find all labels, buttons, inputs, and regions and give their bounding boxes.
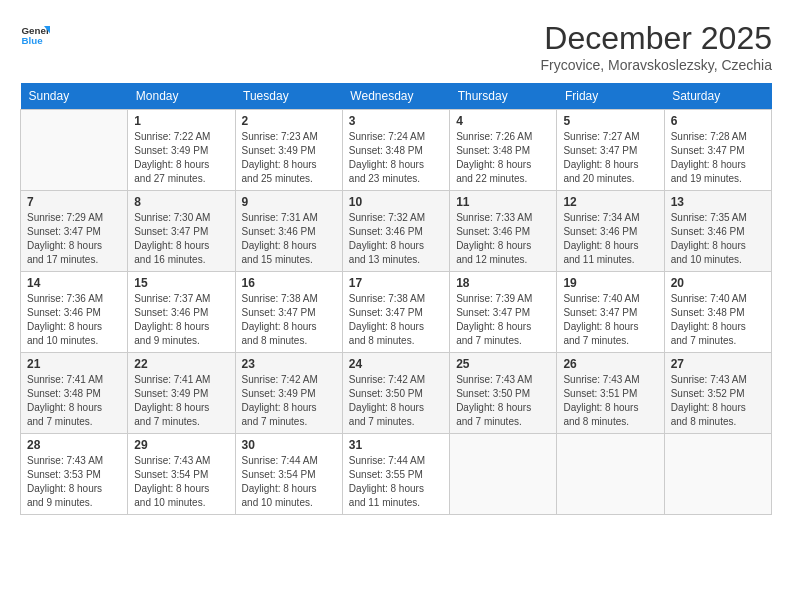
- day-number: 11: [456, 195, 550, 209]
- calendar-cell: 15 Sunrise: 7:37 AM Sunset: 3:46 PM Dayl…: [128, 272, 235, 353]
- calendar-week-row: 1 Sunrise: 7:22 AM Sunset: 3:49 PM Dayli…: [21, 110, 772, 191]
- day-number: 30: [242, 438, 336, 452]
- calendar-week-row: 21 Sunrise: 7:41 AM Sunset: 3:48 PM Dayl…: [21, 353, 772, 434]
- day-info: Sunrise: 7:43 AM Sunset: 3:51 PM Dayligh…: [563, 373, 657, 429]
- day-number: 3: [349, 114, 443, 128]
- day-info: Sunrise: 7:43 AM Sunset: 3:52 PM Dayligh…: [671, 373, 765, 429]
- calendar-cell: 18 Sunrise: 7:39 AM Sunset: 3:47 PM Dayl…: [450, 272, 557, 353]
- day-info: Sunrise: 7:40 AM Sunset: 3:47 PM Dayligh…: [563, 292, 657, 348]
- day-number: 25: [456, 357, 550, 371]
- weekday-header: Wednesday: [342, 83, 449, 110]
- weekday-header: Saturday: [664, 83, 771, 110]
- day-info: Sunrise: 7:32 AM Sunset: 3:46 PM Dayligh…: [349, 211, 443, 267]
- calendar-cell: 14 Sunrise: 7:36 AM Sunset: 3:46 PM Dayl…: [21, 272, 128, 353]
- calendar-cell: 24 Sunrise: 7:42 AM Sunset: 3:50 PM Dayl…: [342, 353, 449, 434]
- calendar-cell: 3 Sunrise: 7:24 AM Sunset: 3:48 PM Dayli…: [342, 110, 449, 191]
- calendar-cell: 5 Sunrise: 7:27 AM Sunset: 3:47 PM Dayli…: [557, 110, 664, 191]
- day-info: Sunrise: 7:26 AM Sunset: 3:48 PM Dayligh…: [456, 130, 550, 186]
- calendar-cell: 25 Sunrise: 7:43 AM Sunset: 3:50 PM Dayl…: [450, 353, 557, 434]
- day-number: 16: [242, 276, 336, 290]
- weekday-header: Sunday: [21, 83, 128, 110]
- day-number: 22: [134, 357, 228, 371]
- calendar-cell: 10 Sunrise: 7:32 AM Sunset: 3:46 PM Dayl…: [342, 191, 449, 272]
- day-number: 19: [563, 276, 657, 290]
- day-info: Sunrise: 7:44 AM Sunset: 3:55 PM Dayligh…: [349, 454, 443, 510]
- calendar-cell: 20 Sunrise: 7:40 AM Sunset: 3:48 PM Dayl…: [664, 272, 771, 353]
- day-info: Sunrise: 7:27 AM Sunset: 3:47 PM Dayligh…: [563, 130, 657, 186]
- weekday-header: Monday: [128, 83, 235, 110]
- svg-text:Blue: Blue: [22, 35, 44, 46]
- calendar-cell: 6 Sunrise: 7:28 AM Sunset: 3:47 PM Dayli…: [664, 110, 771, 191]
- day-info: Sunrise: 7:28 AM Sunset: 3:47 PM Dayligh…: [671, 130, 765, 186]
- day-number: 23: [242, 357, 336, 371]
- calendar-cell: [664, 434, 771, 515]
- calendar-cell: 28 Sunrise: 7:43 AM Sunset: 3:53 PM Dayl…: [21, 434, 128, 515]
- day-info: Sunrise: 7:44 AM Sunset: 3:54 PM Dayligh…: [242, 454, 336, 510]
- calendar-cell: 27 Sunrise: 7:43 AM Sunset: 3:52 PM Dayl…: [664, 353, 771, 434]
- day-info: Sunrise: 7:43 AM Sunset: 3:50 PM Dayligh…: [456, 373, 550, 429]
- day-number: 10: [349, 195, 443, 209]
- day-number: 12: [563, 195, 657, 209]
- day-number: 5: [563, 114, 657, 128]
- day-number: 15: [134, 276, 228, 290]
- calendar-cell: 12 Sunrise: 7:34 AM Sunset: 3:46 PM Dayl…: [557, 191, 664, 272]
- day-number: 31: [349, 438, 443, 452]
- weekday-header-row: SundayMondayTuesdayWednesdayThursdayFrid…: [21, 83, 772, 110]
- calendar-cell: 30 Sunrise: 7:44 AM Sunset: 3:54 PM Dayl…: [235, 434, 342, 515]
- calendar-table: SundayMondayTuesdayWednesdayThursdayFrid…: [20, 83, 772, 515]
- day-info: Sunrise: 7:38 AM Sunset: 3:47 PM Dayligh…: [242, 292, 336, 348]
- day-info: Sunrise: 7:39 AM Sunset: 3:47 PM Dayligh…: [456, 292, 550, 348]
- title-block: December 2025 Frycovice, Moravskoslezsky…: [540, 20, 772, 73]
- calendar-cell: 31 Sunrise: 7:44 AM Sunset: 3:55 PM Dayl…: [342, 434, 449, 515]
- day-number: 13: [671, 195, 765, 209]
- calendar-cell: 7 Sunrise: 7:29 AM Sunset: 3:47 PM Dayli…: [21, 191, 128, 272]
- day-info: Sunrise: 7:30 AM Sunset: 3:47 PM Dayligh…: [134, 211, 228, 267]
- calendar-week-row: 7 Sunrise: 7:29 AM Sunset: 3:47 PM Dayli…: [21, 191, 772, 272]
- calendar-cell: 29 Sunrise: 7:43 AM Sunset: 3:54 PM Dayl…: [128, 434, 235, 515]
- weekday-header: Thursday: [450, 83, 557, 110]
- day-info: Sunrise: 7:43 AM Sunset: 3:53 PM Dayligh…: [27, 454, 121, 510]
- day-info: Sunrise: 7:42 AM Sunset: 3:50 PM Dayligh…: [349, 373, 443, 429]
- calendar-cell: [557, 434, 664, 515]
- day-number: 2: [242, 114, 336, 128]
- calendar-cell: 9 Sunrise: 7:31 AM Sunset: 3:46 PM Dayli…: [235, 191, 342, 272]
- day-number: 7: [27, 195, 121, 209]
- calendar-cell: 23 Sunrise: 7:42 AM Sunset: 3:49 PM Dayl…: [235, 353, 342, 434]
- calendar-cell: 13 Sunrise: 7:35 AM Sunset: 3:46 PM Dayl…: [664, 191, 771, 272]
- day-info: Sunrise: 7:43 AM Sunset: 3:54 PM Dayligh…: [134, 454, 228, 510]
- day-number: 28: [27, 438, 121, 452]
- day-info: Sunrise: 7:22 AM Sunset: 3:49 PM Dayligh…: [134, 130, 228, 186]
- calendar-week-row: 14 Sunrise: 7:36 AM Sunset: 3:46 PM Dayl…: [21, 272, 772, 353]
- calendar-cell: 21 Sunrise: 7:41 AM Sunset: 3:48 PM Dayl…: [21, 353, 128, 434]
- calendar-cell: 19 Sunrise: 7:40 AM Sunset: 3:47 PM Dayl…: [557, 272, 664, 353]
- day-info: Sunrise: 7:23 AM Sunset: 3:49 PM Dayligh…: [242, 130, 336, 186]
- location-subtitle: Frycovice, Moravskoslezsky, Czechia: [540, 57, 772, 73]
- day-number: 27: [671, 357, 765, 371]
- logo: General Blue: [20, 20, 50, 50]
- calendar-cell: 2 Sunrise: 7:23 AM Sunset: 3:49 PM Dayli…: [235, 110, 342, 191]
- day-number: 8: [134, 195, 228, 209]
- day-number: 18: [456, 276, 550, 290]
- calendar-cell: 4 Sunrise: 7:26 AM Sunset: 3:48 PM Dayli…: [450, 110, 557, 191]
- day-number: 9: [242, 195, 336, 209]
- calendar-cell: 16 Sunrise: 7:38 AM Sunset: 3:47 PM Dayl…: [235, 272, 342, 353]
- day-number: 21: [27, 357, 121, 371]
- day-info: Sunrise: 7:41 AM Sunset: 3:48 PM Dayligh…: [27, 373, 121, 429]
- day-info: Sunrise: 7:37 AM Sunset: 3:46 PM Dayligh…: [134, 292, 228, 348]
- day-number: 26: [563, 357, 657, 371]
- day-info: Sunrise: 7:35 AM Sunset: 3:46 PM Dayligh…: [671, 211, 765, 267]
- day-info: Sunrise: 7:34 AM Sunset: 3:46 PM Dayligh…: [563, 211, 657, 267]
- calendar-cell: 17 Sunrise: 7:38 AM Sunset: 3:47 PM Dayl…: [342, 272, 449, 353]
- page-header: General Blue December 2025 Frycovice, Mo…: [20, 20, 772, 73]
- day-info: Sunrise: 7:29 AM Sunset: 3:47 PM Dayligh…: [27, 211, 121, 267]
- day-number: 6: [671, 114, 765, 128]
- calendar-week-row: 28 Sunrise: 7:43 AM Sunset: 3:53 PM Dayl…: [21, 434, 772, 515]
- day-number: 1: [134, 114, 228, 128]
- day-info: Sunrise: 7:36 AM Sunset: 3:46 PM Dayligh…: [27, 292, 121, 348]
- day-info: Sunrise: 7:38 AM Sunset: 3:47 PM Dayligh…: [349, 292, 443, 348]
- weekday-header: Tuesday: [235, 83, 342, 110]
- day-number: 4: [456, 114, 550, 128]
- day-info: Sunrise: 7:40 AM Sunset: 3:48 PM Dayligh…: [671, 292, 765, 348]
- calendar-cell: 11 Sunrise: 7:33 AM Sunset: 3:46 PM Dayl…: [450, 191, 557, 272]
- calendar-cell: 22 Sunrise: 7:41 AM Sunset: 3:49 PM Dayl…: [128, 353, 235, 434]
